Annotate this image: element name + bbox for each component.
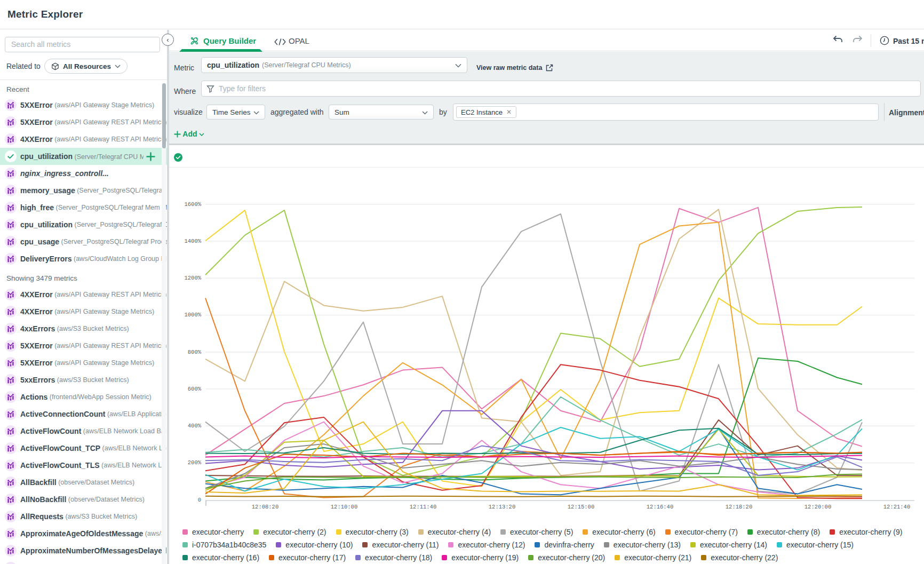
svg-text:12:20:00: 12:20:00 xyxy=(804,504,831,510)
svg-text:12:15:00: 12:15:00 xyxy=(568,504,594,510)
svg-text:12:16:40: 12:16:40 xyxy=(647,504,673,510)
svg-text:1600%: 1600% xyxy=(184,201,201,208)
svg-text:1000%: 1000% xyxy=(184,312,201,318)
svg-text:1400%: 1400% xyxy=(184,238,201,244)
svg-text:0: 0 xyxy=(198,497,201,503)
svg-text:12:18:20: 12:18:20 xyxy=(726,504,752,510)
svg-text:12:11:40: 12:11:40 xyxy=(410,504,436,510)
svg-text:12:21:40: 12:21:40 xyxy=(883,504,910,510)
svg-text:600%: 600% xyxy=(188,386,202,392)
svg-text:1200%: 1200% xyxy=(184,275,201,281)
svg-text:200%: 200% xyxy=(188,459,202,466)
svg-text:12:10:00: 12:10:00 xyxy=(331,504,357,510)
svg-text:12:08:20: 12:08:20 xyxy=(252,504,278,510)
svg-text:12:13:20: 12:13:20 xyxy=(489,504,515,510)
svg-text:400%: 400% xyxy=(188,423,202,429)
svg-text:800%: 800% xyxy=(188,349,202,355)
